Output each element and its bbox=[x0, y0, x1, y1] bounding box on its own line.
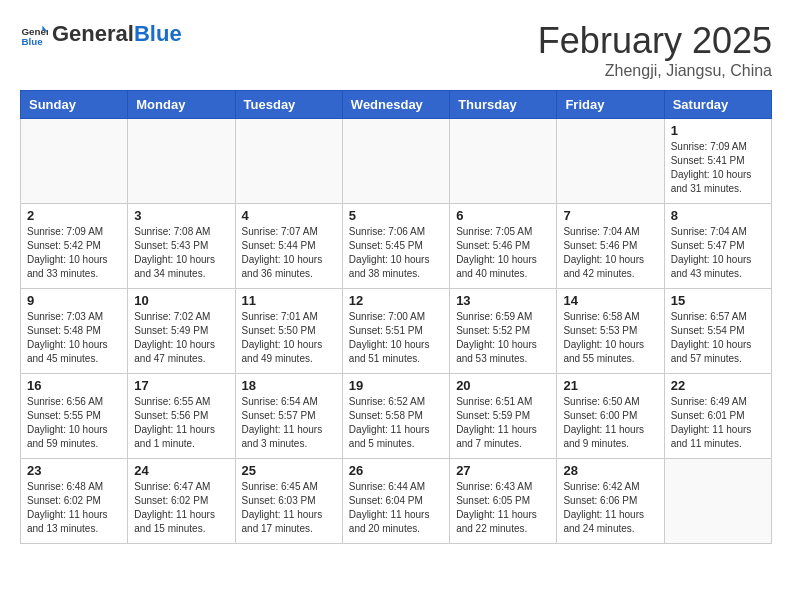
day-cell: 2Sunrise: 7:09 AM Sunset: 5:42 PM Daylig… bbox=[21, 204, 128, 289]
day-cell bbox=[664, 459, 771, 544]
day-number: 4 bbox=[242, 208, 336, 223]
weekday-header-sunday: Sunday bbox=[21, 91, 128, 119]
week-row-4: 16Sunrise: 6:56 AM Sunset: 5:55 PM Dayli… bbox=[21, 374, 772, 459]
day-info: Sunrise: 6:48 AM Sunset: 6:02 PM Dayligh… bbox=[27, 480, 121, 536]
day-info: Sunrise: 7:09 AM Sunset: 5:42 PM Dayligh… bbox=[27, 225, 121, 281]
day-info: Sunrise: 6:59 AM Sunset: 5:52 PM Dayligh… bbox=[456, 310, 550, 366]
day-cell: 1Sunrise: 7:09 AM Sunset: 5:41 PM Daylig… bbox=[664, 119, 771, 204]
title-block: February 2025 Zhengji, Jiangsu, China bbox=[538, 20, 772, 80]
day-cell: 11Sunrise: 7:01 AM Sunset: 5:50 PM Dayli… bbox=[235, 289, 342, 374]
day-info: Sunrise: 6:51 AM Sunset: 5:59 PM Dayligh… bbox=[456, 395, 550, 451]
day-info: Sunrise: 7:06 AM Sunset: 5:45 PM Dayligh… bbox=[349, 225, 443, 281]
day-number: 13 bbox=[456, 293, 550, 308]
day-cell: 20Sunrise: 6:51 AM Sunset: 5:59 PM Dayli… bbox=[450, 374, 557, 459]
day-info: Sunrise: 6:43 AM Sunset: 6:05 PM Dayligh… bbox=[456, 480, 550, 536]
day-number: 26 bbox=[349, 463, 443, 478]
day-number: 1 bbox=[671, 123, 765, 138]
day-number: 2 bbox=[27, 208, 121, 223]
logo: General Blue GeneralBlue bbox=[20, 20, 182, 48]
day-cell: 24Sunrise: 6:47 AM Sunset: 6:02 PM Dayli… bbox=[128, 459, 235, 544]
day-number: 20 bbox=[456, 378, 550, 393]
day-number: 23 bbox=[27, 463, 121, 478]
day-cell: 13Sunrise: 6:59 AM Sunset: 5:52 PM Dayli… bbox=[450, 289, 557, 374]
day-number: 17 bbox=[134, 378, 228, 393]
day-cell bbox=[235, 119, 342, 204]
day-info: Sunrise: 6:58 AM Sunset: 5:53 PM Dayligh… bbox=[563, 310, 657, 366]
day-info: Sunrise: 7:01 AM Sunset: 5:50 PM Dayligh… bbox=[242, 310, 336, 366]
day-info: Sunrise: 7:08 AM Sunset: 5:43 PM Dayligh… bbox=[134, 225, 228, 281]
day-cell: 19Sunrise: 6:52 AM Sunset: 5:58 PM Dayli… bbox=[342, 374, 449, 459]
day-info: Sunrise: 7:05 AM Sunset: 5:46 PM Dayligh… bbox=[456, 225, 550, 281]
day-number: 24 bbox=[134, 463, 228, 478]
calendar-table: SundayMondayTuesdayWednesdayThursdayFrid… bbox=[20, 90, 772, 544]
day-number: 12 bbox=[349, 293, 443, 308]
day-number: 16 bbox=[27, 378, 121, 393]
day-cell: 7Sunrise: 7:04 AM Sunset: 5:46 PM Daylig… bbox=[557, 204, 664, 289]
day-number: 28 bbox=[563, 463, 657, 478]
day-info: Sunrise: 6:45 AM Sunset: 6:03 PM Dayligh… bbox=[242, 480, 336, 536]
day-cell: 5Sunrise: 7:06 AM Sunset: 5:45 PM Daylig… bbox=[342, 204, 449, 289]
logo-icon: General Blue bbox=[20, 20, 48, 48]
page-header: General Blue GeneralBlue February 2025 Z… bbox=[20, 20, 772, 80]
week-row-5: 23Sunrise: 6:48 AM Sunset: 6:02 PM Dayli… bbox=[21, 459, 772, 544]
logo-name: GeneralBlue bbox=[52, 22, 182, 46]
weekday-header-tuesday: Tuesday bbox=[235, 91, 342, 119]
day-cell: 17Sunrise: 6:55 AM Sunset: 5:56 PM Dayli… bbox=[128, 374, 235, 459]
day-number: 27 bbox=[456, 463, 550, 478]
day-number: 15 bbox=[671, 293, 765, 308]
day-number: 7 bbox=[563, 208, 657, 223]
day-cell: 26Sunrise: 6:44 AM Sunset: 6:04 PM Dayli… bbox=[342, 459, 449, 544]
day-cell: 25Sunrise: 6:45 AM Sunset: 6:03 PM Dayli… bbox=[235, 459, 342, 544]
day-cell: 27Sunrise: 6:43 AM Sunset: 6:05 PM Dayli… bbox=[450, 459, 557, 544]
day-info: Sunrise: 7:04 AM Sunset: 5:47 PM Dayligh… bbox=[671, 225, 765, 281]
weekday-header-row: SundayMondayTuesdayWednesdayThursdayFrid… bbox=[21, 91, 772, 119]
day-number: 11 bbox=[242, 293, 336, 308]
weekday-header-friday: Friday bbox=[557, 91, 664, 119]
day-cell: 4Sunrise: 7:07 AM Sunset: 5:44 PM Daylig… bbox=[235, 204, 342, 289]
weekday-header-monday: Monday bbox=[128, 91, 235, 119]
day-number: 3 bbox=[134, 208, 228, 223]
day-number: 9 bbox=[27, 293, 121, 308]
week-row-3: 9Sunrise: 7:03 AM Sunset: 5:48 PM Daylig… bbox=[21, 289, 772, 374]
day-number: 22 bbox=[671, 378, 765, 393]
day-number: 25 bbox=[242, 463, 336, 478]
svg-text:Blue: Blue bbox=[21, 36, 43, 47]
day-cell bbox=[342, 119, 449, 204]
day-number: 21 bbox=[563, 378, 657, 393]
day-number: 10 bbox=[134, 293, 228, 308]
day-cell: 9Sunrise: 7:03 AM Sunset: 5:48 PM Daylig… bbox=[21, 289, 128, 374]
day-cell: 14Sunrise: 6:58 AM Sunset: 5:53 PM Dayli… bbox=[557, 289, 664, 374]
weekday-header-saturday: Saturday bbox=[664, 91, 771, 119]
day-info: Sunrise: 6:56 AM Sunset: 5:55 PM Dayligh… bbox=[27, 395, 121, 451]
day-cell bbox=[557, 119, 664, 204]
day-cell: 6Sunrise: 7:05 AM Sunset: 5:46 PM Daylig… bbox=[450, 204, 557, 289]
day-info: Sunrise: 6:52 AM Sunset: 5:58 PM Dayligh… bbox=[349, 395, 443, 451]
day-number: 14 bbox=[563, 293, 657, 308]
day-cell: 3Sunrise: 7:08 AM Sunset: 5:43 PM Daylig… bbox=[128, 204, 235, 289]
day-info: Sunrise: 6:47 AM Sunset: 6:02 PM Dayligh… bbox=[134, 480, 228, 536]
day-number: 6 bbox=[456, 208, 550, 223]
day-number: 18 bbox=[242, 378, 336, 393]
day-info: Sunrise: 6:50 AM Sunset: 6:00 PM Dayligh… bbox=[563, 395, 657, 451]
day-info: Sunrise: 6:57 AM Sunset: 5:54 PM Dayligh… bbox=[671, 310, 765, 366]
day-cell: 23Sunrise: 6:48 AM Sunset: 6:02 PM Dayli… bbox=[21, 459, 128, 544]
week-row-1: 1Sunrise: 7:09 AM Sunset: 5:41 PM Daylig… bbox=[21, 119, 772, 204]
day-cell: 28Sunrise: 6:42 AM Sunset: 6:06 PM Dayli… bbox=[557, 459, 664, 544]
day-cell: 21Sunrise: 6:50 AM Sunset: 6:00 PM Dayli… bbox=[557, 374, 664, 459]
day-info: Sunrise: 7:03 AM Sunset: 5:48 PM Dayligh… bbox=[27, 310, 121, 366]
day-info: Sunrise: 6:44 AM Sunset: 6:04 PM Dayligh… bbox=[349, 480, 443, 536]
day-cell: 12Sunrise: 7:00 AM Sunset: 5:51 PM Dayli… bbox=[342, 289, 449, 374]
day-cell: 16Sunrise: 6:56 AM Sunset: 5:55 PM Dayli… bbox=[21, 374, 128, 459]
day-info: Sunrise: 7:02 AM Sunset: 5:49 PM Dayligh… bbox=[134, 310, 228, 366]
day-info: Sunrise: 6:49 AM Sunset: 6:01 PM Dayligh… bbox=[671, 395, 765, 451]
day-number: 5 bbox=[349, 208, 443, 223]
day-cell bbox=[128, 119, 235, 204]
day-info: Sunrise: 6:55 AM Sunset: 5:56 PM Dayligh… bbox=[134, 395, 228, 451]
day-info: Sunrise: 6:54 AM Sunset: 5:57 PM Dayligh… bbox=[242, 395, 336, 451]
weekday-header-thursday: Thursday bbox=[450, 91, 557, 119]
day-cell: 22Sunrise: 6:49 AM Sunset: 6:01 PM Dayli… bbox=[664, 374, 771, 459]
day-cell: 15Sunrise: 6:57 AM Sunset: 5:54 PM Dayli… bbox=[664, 289, 771, 374]
week-row-2: 2Sunrise: 7:09 AM Sunset: 5:42 PM Daylig… bbox=[21, 204, 772, 289]
day-cell: 18Sunrise: 6:54 AM Sunset: 5:57 PM Dayli… bbox=[235, 374, 342, 459]
day-cell: 8Sunrise: 7:04 AM Sunset: 5:47 PM Daylig… bbox=[664, 204, 771, 289]
